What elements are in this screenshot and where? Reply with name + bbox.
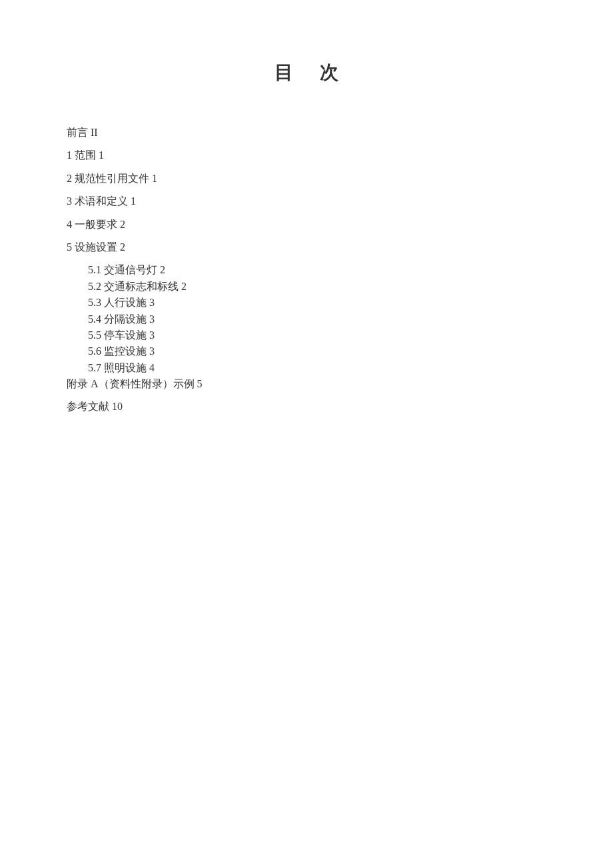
toc-entry: 1 范围 1: [67, 148, 546, 163]
toc-subentry: 5.4 分隔设施 3: [67, 312, 546, 327]
toc-subentry: 5.5 停车设施 3: [67, 328, 546, 343]
toc-entry: 5 设施设置 2: [67, 240, 546, 255]
toc-subentry: 5.7 照明设施 4: [67, 361, 546, 375]
toc-subentry: 5.2 交通标志和标线 2: [67, 279, 546, 294]
page-title: 目次: [67, 60, 546, 85]
toc-subentry: 5.3 人行设施 3: [67, 295, 546, 310]
toc-entry: 参考文献 10: [67, 399, 546, 414]
toc-subentry: 5.6 监控设施 3: [67, 344, 546, 359]
toc-entry: 2 规范性引用文件 1: [67, 171, 546, 186]
toc-entry: 附录 A（资料性附录）示例 5: [67, 377, 546, 391]
toc-entry: 4 一般要求 2: [67, 217, 546, 232]
toc-entry: 前言 II: [67, 125, 546, 140]
toc-entry: 3 术语和定义 1: [67, 194, 546, 209]
toc-subentry: 5.1 交通信号灯 2: [67, 263, 546, 277]
